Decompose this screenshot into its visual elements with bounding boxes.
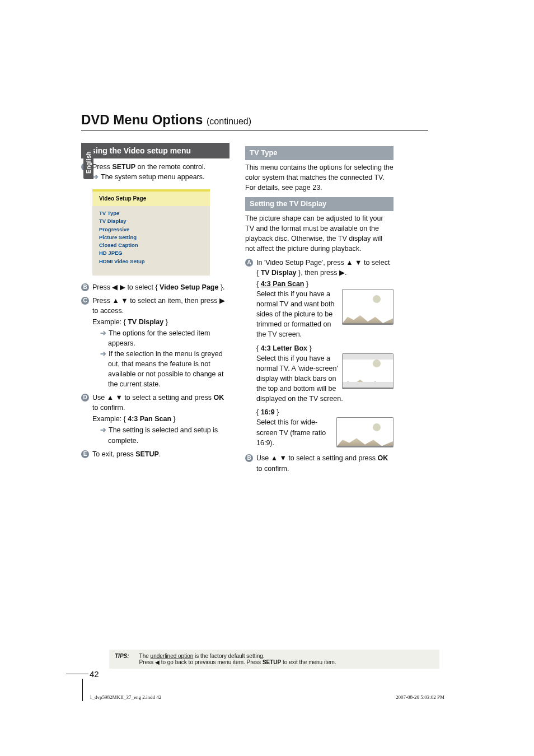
t: to access.	[92, 307, 124, 315]
ok-label: OK	[378, 454, 388, 462]
language-tab: English	[83, 146, 93, 179]
osd-item: HDMI Video Setup	[99, 258, 203, 265]
t: to confirm.	[92, 404, 125, 412]
osd-item: Picture Setting	[99, 234, 203, 241]
t: to select a setting and press	[123, 394, 214, 402]
tv-letterbox-illustration	[342, 353, 394, 389]
t: }	[171, 415, 176, 423]
osd-item: Closed Caption	[99, 241, 203, 249]
ex-tv-display: TV Display	[128, 318, 163, 326]
tv-panscan-illustration	[342, 289, 394, 325]
step1-post: on the remote control.	[135, 163, 205, 171]
ok-label: OK	[214, 394, 224, 402]
step-2-icon: B	[81, 283, 89, 291]
option-letterbox-title: 4:3 Letter Box	[261, 344, 307, 352]
section-using-video-setup: Using the Video setup menu	[81, 143, 229, 158]
step3-result2: If the selection in the menu is greyed o…	[108, 350, 223, 388]
up-down-icon: ▲ ▼	[346, 259, 362, 267]
footer-timestamp: 2007-08-20 5:03:02 PM	[396, 694, 444, 700]
t: to exit the menu item.	[281, 659, 336, 665]
step-3-icon: C	[81, 297, 89, 305]
subsection-tv-type: TV Type	[245, 146, 394, 160]
step1-result: The system setup menu appears.	[101, 173, 205, 181]
tv-type-body: This menu contains the options for selec…	[245, 162, 394, 193]
result-arrow-icon: ➔	[100, 329, 106, 337]
page-number: 42	[90, 669, 99, 679]
t: Use	[256, 454, 271, 462]
step4-result: The setting is selected and setup is com…	[108, 426, 218, 444]
right-icon: ▶	[339, 269, 345, 277]
osd-title: Video Setup Page	[92, 189, 210, 207]
footer-filename: 1_dvp5982MKII_37_eng 2.indd 42	[90, 694, 161, 700]
tips-box: TIPS: The underlined option is the facto…	[109, 650, 439, 669]
t: }.	[218, 283, 224, 291]
step1-text: Press	[92, 163, 112, 171]
osd-item: HD JPEG	[99, 249, 203, 257]
t: The	[139, 653, 151, 659]
result-arrow-icon: ➔	[100, 350, 106, 358]
left-right-icon: ◀ ▶	[112, 283, 125, 291]
t: .	[159, 450, 161, 458]
t: Example: {	[92, 318, 128, 326]
result-arrow-icon: ➔	[100, 426, 106, 434]
t: .	[345, 269, 346, 277]
subsection-setting-tv-display: Setting the TV Display	[245, 197, 394, 211]
setup-label: SETUP	[135, 450, 159, 458]
crop-mark-icon	[66, 674, 88, 674]
crop-mark-icon	[82, 679, 83, 701]
ex-panscan: 4:3 Pan Scan	[128, 415, 171, 423]
up-down-icon: ▲ ▼	[271, 454, 287, 462]
t: to confirm.	[256, 465, 289, 473]
t: Press	[139, 659, 155, 665]
option-169-title: 16:9	[261, 408, 275, 416]
video-setup-page-label: Video Setup Page	[160, 283, 218, 291]
osd-item: TV Type	[99, 209, 203, 217]
t: to go back to previous menu item. Press	[160, 659, 263, 665]
right-icon: ▶	[219, 297, 225, 305]
up-down-icon: ▲ ▼	[107, 394, 123, 402]
t: }	[163, 318, 168, 326]
t: is the factory default setting.	[193, 653, 264, 659]
right-step-1-icon: A	[245, 259, 253, 267]
right-step-2-icon: B	[245, 454, 253, 462]
t: to select {	[125, 283, 160, 291]
up-down-icon: ▲ ▼	[112, 297, 128, 305]
tips-label: TIPS:	[115, 653, 129, 665]
title-main: DVD Menu Options	[81, 112, 207, 127]
t: To exit, press	[92, 450, 135, 458]
step-4-icon: D	[81, 394, 89, 402]
t: }, then press	[297, 269, 339, 277]
step3-result1: The options for the selected item appear…	[108, 329, 210, 347]
t: Press	[92, 283, 112, 291]
osd-item: TV Display	[99, 217, 203, 225]
tips-underlined: underlined option	[151, 653, 194, 659]
step-5-icon: E	[81, 450, 89, 458]
page-title: DVD Menu Options (continued)	[81, 112, 428, 130]
t: Press	[92, 297, 112, 305]
t: Example: {	[92, 415, 128, 423]
tv-169-illustration	[336, 417, 394, 447]
setup-label: SETUP	[263, 659, 281, 665]
tv-display-label: TV Display	[261, 269, 297, 277]
setting-tv-display-body: The picture shape can be adjusted to fit…	[245, 213, 394, 254]
t: Use	[92, 394, 107, 402]
t: to select a setting and press	[287, 454, 378, 462]
title-continued: (continued)	[207, 116, 251, 126]
option-panscan-title: 4:3 Pan Scan	[261, 280, 305, 288]
osd-item: Progressive	[99, 226, 203, 234]
osd-menu-video-setup: Video Setup Page TV Type TV Display Prog…	[92, 189, 210, 276]
left-icon: ◀	[155, 659, 160, 665]
t: to select an item, then press	[128, 297, 219, 305]
step1-setup: SETUP	[112, 163, 135, 171]
t: In 'Video Setup Page', press	[256, 259, 346, 267]
